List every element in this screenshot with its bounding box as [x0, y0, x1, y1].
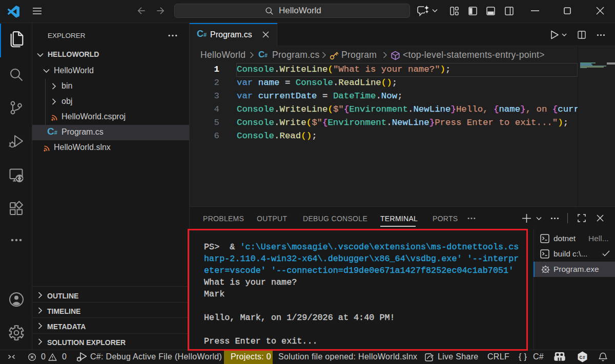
svg-text:C#: C# — [580, 355, 586, 360]
